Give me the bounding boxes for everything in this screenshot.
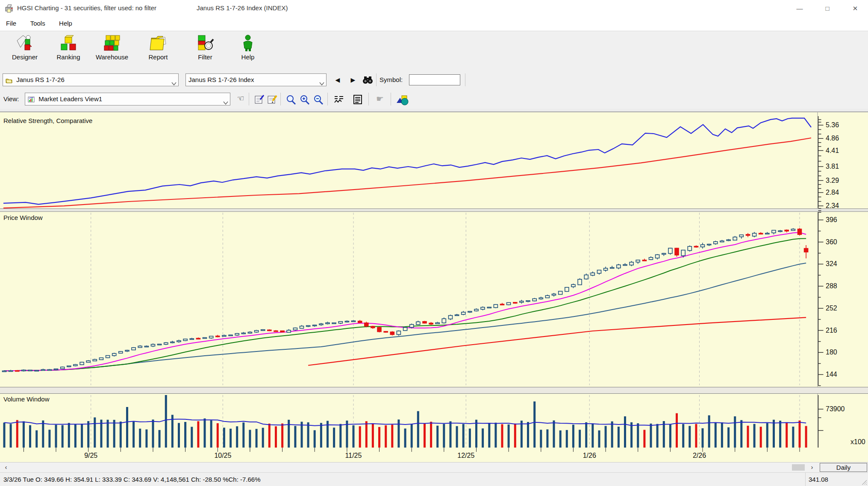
- svg-text:180: 180: [826, 348, 837, 356]
- zoom-out-icon[interactable]: [312, 94, 325, 105]
- scrollbar-thumb[interactable]: [792, 464, 805, 471]
- svg-text:216: 216: [826, 327, 837, 334]
- help-icon: [227, 34, 268, 53]
- svg-text:3.29: 3.29: [826, 177, 839, 184]
- svg-text:5.36: 5.36: [826, 121, 839, 129]
- status-bar: 3/3/26 Tue O: 349.66 H: 354.91 L: 333.39…: [0, 472, 868, 486]
- scroll-left-button[interactable]: ‹: [2, 463, 10, 471]
- svg-text:9/25: 9/25: [84, 452, 97, 459]
- ranking-label: Ranking: [48, 53, 89, 61]
- view-label: View:: [3, 95, 19, 102]
- previous-security-button[interactable]: ◀: [332, 74, 344, 85]
- window-title: HGSI Charting - 31 securities, filter us…: [17, 4, 156, 12]
- svg-text:360: 360: [826, 238, 837, 246]
- security-combobox-value: Janus RS 1-7-26 Index: [188, 76, 254, 83]
- zoom-icon[interactable]: [285, 94, 297, 105]
- menu-help[interactable]: Help: [53, 17, 78, 27]
- symbol-input[interactable]: [409, 74, 460, 85]
- ranking-icon: [48, 34, 89, 53]
- svg-text:x100: x100: [850, 438, 865, 445]
- filter-icon: [185, 34, 226, 53]
- security-combobox[interactable]: Janus RS 1-7-26 Index: [185, 73, 327, 86]
- svg-text:324: 324: [826, 260, 837, 267]
- ranking-button[interactable]: Ranking: [48, 34, 89, 68]
- designer-icon: [4, 34, 45, 53]
- close-button[interactable]: ✕: [842, 0, 868, 17]
- filter-label: Filter: [185, 53, 226, 61]
- chart-view-icon: [28, 94, 35, 106]
- draw-tool-icon[interactable]: ☛: [374, 94, 386, 105]
- next-security-button[interactable]: ▶: [347, 74, 359, 85]
- separator: [249, 93, 249, 105]
- filter-button[interactable]: Filter: [185, 34, 226, 68]
- maximize-button[interactable]: □: [815, 0, 840, 17]
- volume-panel-title: Volume Window: [3, 395, 50, 403]
- title-bar: HGSI Charting - 31 securities, filter us…: [0, 0, 868, 17]
- main-toolbar: Designer Ranking Warehouse Report: [0, 31, 868, 71]
- minimize-button[interactable]: —: [787, 0, 812, 17]
- chart-scrollbar: ‹ › Daily: [0, 462, 868, 472]
- separator: [391, 93, 391, 105]
- group-combobox[interactable]: Janus RS 1-7-26: [3, 73, 179, 86]
- shapes-icon[interactable]: [396, 94, 409, 105]
- help-label: Help: [227, 53, 268, 61]
- menu-file[interactable]: File: [0, 17, 22, 27]
- app-icon: [4, 3, 15, 15]
- app-window: HGSI Charting - 31 securities, filter us…: [0, 0, 868, 486]
- chart-area[interactable]: 5.364.864.413.813.292.842.34396360324288…: [0, 112, 868, 462]
- scroll-right-button[interactable]: ›: [808, 463, 816, 471]
- svg-text:288: 288: [826, 282, 837, 290]
- form-properties-icon[interactable]: [253, 94, 266, 105]
- report-icon: [138, 34, 179, 53]
- price-panel-title: Price Window: [3, 214, 43, 221]
- view-combobox-value: Market Leaders View1: [38, 95, 102, 102]
- periodicity-button[interactable]: Daily: [820, 463, 867, 472]
- chart-canvas[interactable]: 5.364.864.413.813.292.842.34396360324288…: [0, 112, 868, 462]
- zoom-in-icon[interactable]: [298, 94, 311, 105]
- separator: [280, 93, 281, 105]
- svg-text:10/25: 10/25: [214, 452, 231, 459]
- binoculars-icon: [362, 79, 373, 86]
- svg-text:12/25: 12/25: [457, 452, 474, 459]
- menu-tools[interactable]: Tools: [24, 17, 51, 27]
- toolbar-divider: [0, 109, 868, 112]
- svg-text:2.84: 2.84: [826, 189, 839, 196]
- group-combobox-value: Janus RS 1-7-26: [16, 76, 65, 83]
- rs-panel-title: Relative Strength, Comparative: [3, 117, 92, 124]
- volume-bars: [3, 395, 807, 448]
- warehouse-icon: [91, 34, 132, 53]
- quotes-icon[interactable]: [332, 94, 345, 105]
- view-toolbar: View: Market Leaders View1 ☜ ☛: [0, 90, 868, 109]
- folder-icon: [6, 75, 12, 87]
- help-button[interactable]: Help: [227, 34, 268, 68]
- symbol-label: Symbol:: [380, 76, 403, 83]
- svg-text:1/26: 1/26: [583, 452, 596, 459]
- view-combobox[interactable]: Market Leaders View1: [25, 93, 230, 105]
- svg-text:4.41: 4.41: [826, 147, 839, 154]
- separator: [465, 73, 465, 86]
- separator: [368, 93, 369, 105]
- form-edit-icon[interactable]: [266, 94, 279, 105]
- report-view-icon[interactable]: [351, 94, 364, 105]
- navigation-bar: Janus RS 1-7-26 Janus RS 1-7-26 Index ◀ …: [0, 70, 868, 90]
- separator: [805, 473, 806, 486]
- report-label: Report: [138, 53, 179, 61]
- warehouse-button[interactable]: Warehouse: [91, 34, 132, 68]
- svg-text:144: 144: [826, 371, 837, 378]
- chevron-down-icon: [319, 77, 324, 89]
- last-value: 341.08: [809, 476, 828, 483]
- designer-button[interactable]: Designer: [4, 34, 45, 68]
- svg-text:11/25: 11/25: [345, 452, 362, 459]
- candlesticks: [3, 228, 808, 372]
- chevron-down-icon: [171, 77, 177, 89]
- report-button[interactable]: Report: [138, 34, 179, 68]
- separator: [327, 93, 328, 105]
- warehouse-label: Warehouse: [91, 53, 132, 61]
- pointer-hand-icon[interactable]: ☜: [234, 94, 247, 105]
- resize-grip[interactable]: [861, 479, 867, 485]
- svg-text:252: 252: [826, 304, 837, 312]
- svg-text:396: 396: [826, 216, 837, 223]
- find-symbol-button[interactable]: [361, 74, 374, 86]
- ohlc-summary: 3/3/26 Tue O: 349.66 H: 354.91 L: 333.39…: [3, 476, 261, 483]
- svg-text:3.81: 3.81: [826, 163, 839, 170]
